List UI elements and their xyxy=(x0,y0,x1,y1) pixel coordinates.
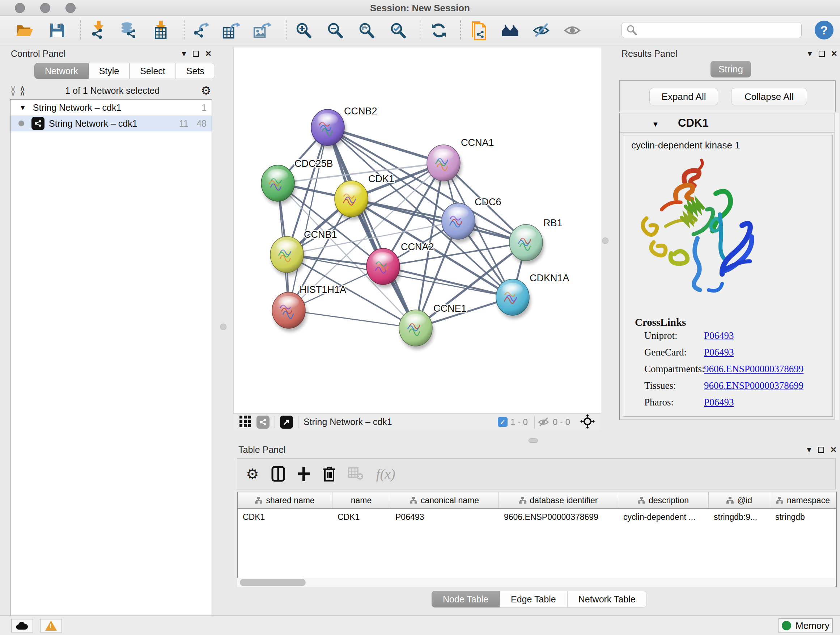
column-header[interactable]: shared name xyxy=(238,492,332,508)
open-in-new-icon[interactable] xyxy=(280,416,293,429)
import-table-button[interactable] xyxy=(152,21,170,40)
crosslink-link[interactable]: P06493 xyxy=(704,330,734,341)
tab-edge-table[interactable]: Edge Table xyxy=(500,591,567,608)
crosslink-link[interactable]: 9606.ENSP00000378699 xyxy=(704,363,804,375)
hide-selected-button[interactable] xyxy=(532,21,551,40)
scrollbar-thumb[interactable] xyxy=(240,579,306,586)
warning-icon xyxy=(45,621,57,631)
zoom-in-button[interactable] xyxy=(294,21,313,40)
birdseye-grid-icon[interactable] xyxy=(239,415,251,429)
import-network-icon xyxy=(90,21,108,40)
import-network-database-button[interactable] xyxy=(119,21,137,40)
control-panel-menu-icon[interactable]: ▾ xyxy=(182,49,186,59)
help-button[interactable]: ? xyxy=(815,21,834,40)
node-label: CDKN1A xyxy=(530,272,569,283)
table-row[interactable]: CDK1 CDK1 P06493 9606.ENSP00000378699 cy… xyxy=(238,509,836,525)
tree-expand-icon[interactable]: ▼ xyxy=(19,103,27,112)
zoom-out-button[interactable] xyxy=(326,21,344,40)
table-options-gear-icon[interactable]: ⚙ xyxy=(246,468,259,480)
zoom-selected-button[interactable] xyxy=(389,21,407,40)
results-panel-menu-icon[interactable]: ▾ xyxy=(808,49,812,59)
search-input[interactable] xyxy=(640,25,801,35)
add-column-icon[interactable] xyxy=(297,466,310,482)
save-session-button[interactable] xyxy=(48,21,66,40)
cell-canonical-name: P06493 xyxy=(390,509,499,525)
tab-style[interactable]: Style xyxy=(88,63,130,79)
network-row[interactable]: String Network – cdk1 11 48 xyxy=(11,116,212,131)
tab-node-table[interactable]: Node Table xyxy=(431,591,500,608)
network-collection-row[interactable]: ▼ String Network – cdk1 1 xyxy=(11,100,212,116)
network-canvas[interactable]: CCNB2CCNA1CDC25BCDK1CDC6RB1CCNB1CCNA2CDK… xyxy=(233,47,601,413)
left-splitter-handle[interactable] xyxy=(220,324,226,330)
expand-all-button[interactable]: Expand All xyxy=(649,88,718,105)
network-collection-list: ▼ String Network – cdk1 1 String Network… xyxy=(10,99,212,635)
delete-table-icon[interactable] xyxy=(348,467,364,480)
node-table: shared name name canonical name database… xyxy=(237,492,837,587)
node-count: 11 xyxy=(179,119,188,129)
memory-button[interactable]: Memory xyxy=(778,618,833,633)
delete-column-icon[interactable] xyxy=(323,466,336,482)
table-panel-float-icon[interactable] xyxy=(818,447,824,453)
protein-structure-image xyxy=(638,158,757,302)
export-table-button[interactable] xyxy=(222,21,240,40)
import-network-button[interactable] xyxy=(90,21,108,40)
crosslink-link[interactable]: P06493 xyxy=(704,347,734,358)
open-session-button[interactable] xyxy=(16,21,34,40)
control-panel-float-icon[interactable] xyxy=(193,51,199,57)
function-builder-icon[interactable]: f(x) xyxy=(376,466,395,482)
selected-checkbox-icon[interactable]: ✓ xyxy=(498,417,508,427)
control-panel-title: Control Panel xyxy=(11,49,65,59)
warnings-button[interactable] xyxy=(40,619,62,632)
node-label: HIST1H1A xyxy=(300,284,346,295)
column-header[interactable]: canonical name xyxy=(390,492,499,508)
tab-sets[interactable]: Sets xyxy=(176,63,215,79)
hidden-eye-icon xyxy=(538,417,550,428)
tab-network[interactable]: Network xyxy=(34,63,88,79)
right-splitter-handle[interactable] xyxy=(602,238,608,244)
tab-select[interactable]: Select xyxy=(129,63,175,79)
expand-all-networks-icon[interactable]: ∨∨ xyxy=(10,86,14,95)
show-all-button[interactable] xyxy=(564,21,582,40)
collapse-all-networks-icon[interactable]: ∧∧ xyxy=(19,86,24,95)
results-panel-float-icon[interactable] xyxy=(819,51,825,57)
control-panel-close-icon[interactable]: × xyxy=(205,50,211,57)
main-toolbar: ? xyxy=(0,16,840,44)
cloud-button[interactable] xyxy=(11,619,33,632)
tab-network-table[interactable]: Network Table xyxy=(567,591,647,608)
table-horizontal-scrollbar[interactable] xyxy=(237,578,835,587)
node-label: CCNA2 xyxy=(401,241,434,252)
zoom-fit-button[interactable] xyxy=(357,21,376,40)
refresh-button[interactable] xyxy=(430,21,448,40)
results-panel-close-icon[interactable]: × xyxy=(831,50,837,57)
column-header[interactable]: description xyxy=(618,492,709,508)
crosslink-link[interactable]: P06493 xyxy=(704,397,734,408)
results-scrollbar[interactable] xyxy=(834,113,839,420)
collapse-all-button[interactable]: Collapse All xyxy=(731,88,807,105)
table-panel-close-icon[interactable]: × xyxy=(831,446,836,453)
network-node-ccna1 xyxy=(427,145,462,184)
column-header[interactable]: database identifier xyxy=(499,492,618,508)
crosslink-link[interactable]: 9606.ENSP00000378699 xyxy=(704,380,804,391)
table-panel-menu-icon[interactable]: ▾ xyxy=(807,445,812,455)
cell-id: stringdb:9... xyxy=(709,509,770,525)
network-node-ccnb2 xyxy=(311,109,346,149)
collapse-entry-icon[interactable]: ▼ xyxy=(652,120,659,128)
table-import-icon xyxy=(152,21,170,40)
string-view-icon[interactable] xyxy=(256,416,270,429)
node-details-header[interactable]: ▼ CDK1 xyxy=(620,114,835,133)
show-columns-icon[interactable] xyxy=(271,466,285,482)
export-image-button[interactable] xyxy=(253,21,271,40)
search-field[interactable] xyxy=(622,22,802,38)
tab-string[interactable]: String xyxy=(711,61,751,78)
string-home-button[interactable] xyxy=(501,21,519,40)
column-header[interactable]: namespace xyxy=(770,492,836,508)
network-status-dot xyxy=(19,120,24,126)
column-header[interactable]: name xyxy=(332,492,390,508)
string-import-button[interactable] xyxy=(470,21,488,40)
export-network-button[interactable] xyxy=(192,21,210,40)
fit-content-crosshair-icon[interactable] xyxy=(580,414,595,430)
crosslink-label: Compartments: xyxy=(644,363,704,374)
column-header[interactable]: @id xyxy=(709,492,770,508)
network-options-gear-icon[interactable]: ⚙ xyxy=(201,85,211,96)
collection-label: String Network – cdk1 xyxy=(33,103,122,113)
